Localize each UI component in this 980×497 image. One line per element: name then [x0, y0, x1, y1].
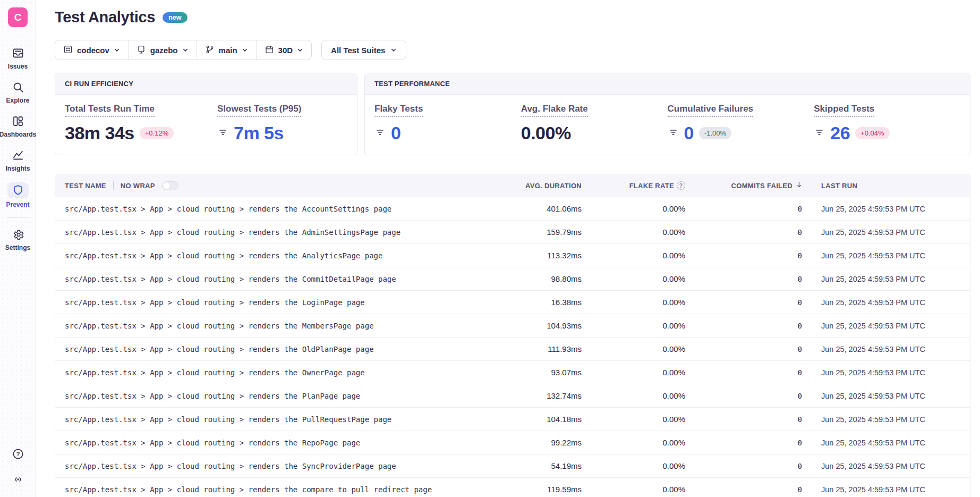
delta-badge: +0.12% — [140, 127, 174, 139]
table-body: src/App.test.tsx > App > cloud routing >… — [55, 197, 970, 497]
flake-rate-value: 0.00% — [662, 461, 685, 470]
avg-duration-value: 111.93ms — [548, 344, 582, 353]
sidebar-item-explore[interactable]: Explore — [0, 75, 36, 109]
no-wrap-toggle[interactable] — [162, 181, 178, 190]
table-row: src/App.test.tsx > App > cloud routing >… — [55, 431, 970, 454]
repo-icon — [137, 45, 146, 56]
whats-new-button[interactable] — [11, 474, 25, 487]
avg-duration-value: 99.22ms — [551, 438, 582, 447]
org-dropdown[interactable]: codecov — [55, 40, 129, 60]
last-run-value: Jun 25, 2025 4:59:53 PM UTC — [821, 368, 925, 377]
branch-dropdown[interactable]: main — [197, 40, 257, 60]
last-run-header[interactable]: LAST RUN — [803, 182, 960, 190]
avg-duration-value: 98.80ms — [551, 274, 582, 283]
test-name: src/App.test.tsx > App > cloud routing >… — [65, 439, 360, 447]
last-run-value: Jun 25, 2025 4:59:53 PM UTC — [821, 205, 925, 213]
main-content: Test Analytics new codecov gazebo — [36, 0, 980, 497]
metric-value[interactable]: 26 — [830, 123, 850, 144]
branch-icon — [205, 45, 215, 56]
sidebar-item-insights[interactable]: Insights — [0, 143, 36, 177]
flake-rate-header[interactable]: FLAKE RATE ? — [582, 181, 685, 190]
commits-failed-value: 0 — [798, 345, 803, 353]
metric-label: Cumulative Failures — [668, 104, 754, 117]
last-run-value: Jun 25, 2025 4:59:53 PM UTC — [821, 415, 925, 424]
sidebar-item-label: Issues — [8, 63, 28, 70]
filter-funnel-icon — [374, 128, 386, 139]
filter-funnel-icon — [668, 128, 679, 139]
commits-failed-value: 0 — [798, 392, 803, 400]
page-title: Test Analytics — [55, 9, 155, 26]
metric-value-row: 38m 34s+0.12% — [65, 123, 174, 144]
metric-value: 38m 34s — [65, 123, 134, 144]
branch-value: main — [219, 46, 237, 55]
help-button[interactable]: ? — [11, 448, 25, 462]
chevron-down-icon — [297, 46, 303, 55]
commits-failed-value: 0 — [798, 298, 803, 307]
sidebar-item-label: Insights — [5, 165, 30, 172]
repo-dropdown[interactable]: gazebo — [129, 40, 197, 60]
sidebar-item-issues[interactable]: Issues — [0, 41, 36, 75]
metric-value[interactable]: 0 — [684, 123, 694, 144]
commits-failed-value: 0 — [798, 415, 803, 424]
avg-duration-value: 113.32ms — [547, 251, 582, 260]
last-run-value: Jun 25, 2025 4:59:53 PM UTC — [821, 392, 925, 400]
avg-duration-label: AVG. DURATION — [525, 182, 582, 190]
sidebar-divider — [7, 217, 29, 218]
table-row: src/App.test.tsx > App > cloud routing >… — [55, 384, 970, 408]
flake-rate-value: 0.00% — [662, 298, 685, 307]
avg-duration-value: 104.93ms — [547, 321, 582, 330]
flake-rate-value: 0.00% — [662, 228, 685, 237]
help-icon: ? — [12, 448, 24, 462]
sidebar-item-label: Dashboards — [0, 131, 36, 138]
metric-label: Skipped Tests — [814, 104, 874, 117]
sidebar-item-dashboards[interactable]: Dashboards — [0, 109, 36, 143]
inbox-icon — [11, 46, 25, 60]
sidebar-item-label: Settings — [5, 244, 30, 251]
avg-duration-value: 119.59ms — [547, 485, 582, 494]
commits-failed-value: 0 — [798, 322, 803, 330]
perf-metric-avg-flake-rate: Avg. Flake Rate0.00% — [521, 104, 668, 144]
perf-metric-skipped-tests: Skipped Tests26+0.04% — [814, 104, 960, 144]
sidebar-item-label: Explore — [6, 97, 29, 104]
delta-badge: +0.04% — [855, 127, 889, 139]
flake-rate-value: 0.00% — [662, 368, 685, 377]
filter-bar: codecov gazebo main — [55, 40, 970, 60]
last-run-value: Jun 25, 2025 4:59:53 PM UTC — [821, 322, 925, 330]
test-name: src/App.test.tsx > App > cloud routing >… — [65, 345, 374, 353]
svg-text:?: ? — [16, 451, 20, 457]
flake-rate-value: 0.00% — [662, 438, 685, 447]
metric-label: Slowest Tests (P95) — [217, 104, 301, 117]
repo-value: gazebo — [150, 46, 178, 55]
no-wrap-label: NO WRAP — [121, 182, 155, 190]
app-logo[interactable]: C — [8, 7, 28, 27]
metric-value[interactable]: 0 — [391, 123, 400, 144]
perf-metric-cumulative-failures: Cumulative Failures0-1.00% — [668, 104, 814, 144]
sidebar: C IssuesExploreDashboardsInsightsPrevent… — [0, 0, 36, 497]
sidebar-item-label: Prevent — [6, 201, 29, 208]
test-suites-dropdown[interactable]: All Test Suites — [321, 40, 406, 60]
test-name: src/App.test.tsx > App > cloud routing >… — [65, 485, 432, 494]
panel-title: CI RUN EFFICIENCY — [55, 73, 357, 95]
metric-value[interactable]: 7m 5s — [234, 123, 284, 144]
sidebar-item-settings[interactable]: Settings — [0, 222, 36, 256]
question-circle-icon[interactable]: ? — [677, 181, 685, 190]
delta-badge: -1.00% — [699, 127, 731, 139]
gear-icon — [11, 228, 25, 241]
last-run-value: Jun 25, 2025 4:59:53 PM UTC — [821, 228, 925, 237]
sidebar-item-prevent[interactable]: Prevent — [0, 177, 36, 213]
commits-failed-value: 0 — [798, 228, 803, 237]
commits-failed-header[interactable]: COMMITS FAILED — [685, 181, 803, 190]
date-range-value: 30D — [278, 46, 293, 55]
chevron-down-icon — [182, 46, 189, 55]
dashboards-icon — [11, 114, 25, 128]
metric-label: Flaky Tests — [374, 104, 423, 117]
ci-run-efficiency-panel: CI RUN EFFICIENCY Total Tests Run Time38… — [55, 73, 357, 155]
chevron-down-icon — [390, 46, 397, 55]
table-row: src/App.test.tsx > App > cloud routing >… — [55, 291, 970, 314]
avg-duration-header[interactable]: AVG. DURATION — [491, 182, 582, 190]
date-range-dropdown[interactable]: 30D — [257, 40, 312, 60]
ci-metrics: Total Tests Run Time38m 34s+0.12%Slowest… — [55, 95, 357, 155]
flake-rate-label: FLAKE RATE — [629, 182, 674, 190]
commits-failed-value: 0 — [798, 275, 803, 283]
summary-panels: CI RUN EFFICIENCY Total Tests Run Time38… — [55, 73, 970, 155]
